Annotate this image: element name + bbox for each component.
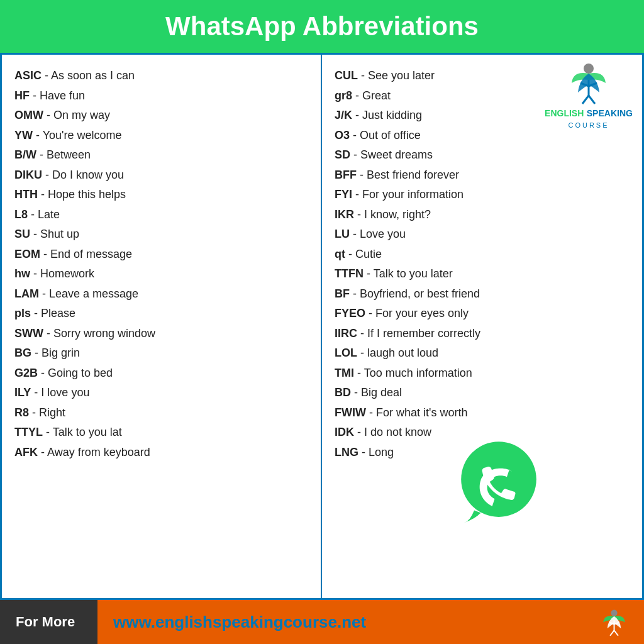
- list-item: R8 - Right: [14, 403, 308, 423]
- list-item: SD - Sweet dreams: [335, 145, 630, 165]
- list-item: OMW - On my way: [14, 106, 308, 126]
- svg-point-6: [461, 441, 536, 517]
- right-column: CUL - See you latergr8 - GreatJ/K - Just…: [322, 55, 642, 598]
- list-item: AFK - Away from keyboard: [14, 443, 308, 463]
- svg-line-4: [582, 96, 589, 104]
- list-item: DIKU - Do I know you: [14, 165, 308, 186]
- list-item: HF - Have fun: [14, 86, 308, 106]
- list-item: TMI - Too much information: [335, 364, 630, 384]
- list-item: IIRC - If I remember correctly: [335, 324, 630, 344]
- list-item: G2B - Going to bed: [14, 364, 308, 384]
- list-item: pls - Please: [14, 304, 308, 324]
- list-item: L8 - Late: [14, 205, 308, 225]
- list-item: FWIW - For what it's worth: [335, 403, 630, 423]
- footer-logo-icon: [600, 608, 628, 636]
- logo-icon: [567, 61, 611, 105]
- list-item: TTYL - Talk to you lat: [14, 423, 308, 443]
- page-title: WhatsApp Abbreviations: [13, 11, 631, 42]
- svg-line-5: [589, 96, 595, 104]
- brand-logo: ENGLISH SPEAKING COURSE: [545, 61, 633, 130]
- list-item: hw - Homework: [14, 264, 308, 284]
- list-item: IKR - I know, right?: [335, 205, 630, 225]
- list-item: YW - You're welcome: [14, 126, 308, 146]
- list-item: SWW - Sorry wrong window: [14, 324, 308, 344]
- svg-point-7: [611, 609, 617, 616]
- footer-for-more: For More: [0, 600, 97, 644]
- list-item: TTFN - Talk to you later: [335, 264, 630, 284]
- list-item: EOM - End of message: [14, 245, 308, 265]
- list-item: SU - Shut up: [14, 225, 308, 245]
- list-item: BG - Big grin: [14, 343, 308, 364]
- svg-line-12: [614, 630, 618, 635]
- svg-point-0: [584, 64, 594, 74]
- list-item: BF - Boyfriend, or best friend: [335, 284, 630, 304]
- list-item: BD - Big deal: [335, 383, 630, 403]
- footer-website-area: www.englishspeakingcourse.net: [97, 600, 644, 644]
- list-item: LU - Love you: [335, 225, 630, 245]
- main-content: ASIC - As soon as I canHF - Have funOMW …: [0, 53, 644, 600]
- whatsapp-icon: [458, 441, 540, 523]
- list-item: LAM - Leave a message: [14, 284, 308, 304]
- list-item: ASIC - As soon as I can: [14, 66, 308, 86]
- list-item: ILY - I love you: [14, 383, 308, 403]
- logo-course: COURSE: [568, 121, 609, 129]
- list-item: B/W - Between: [14, 145, 308, 165]
- page-header: WhatsApp Abbreviations: [0, 0, 644, 53]
- list-item: HTH - Hope this helps: [14, 185, 308, 205]
- svg-line-11: [610, 630, 614, 635]
- left-column: ASIC - As soon as I canHF - Have funOMW …: [2, 55, 322, 598]
- footer: For More www.englishspeakingcourse.net: [0, 600, 644, 644]
- list-item: FYEO - For your eyes only: [335, 304, 630, 324]
- logo-speaking: SPEAKING: [587, 108, 633, 118]
- list-item: qt - Cutie: [335, 245, 630, 265]
- logo-english: ENGLISH: [545, 108, 584, 118]
- list-item: LOL - laugh out loud: [335, 343, 630, 364]
- list-item: IDK - I do not know: [335, 423, 630, 443]
- footer-url: www.englishspeakingcourse.net: [113, 613, 366, 632]
- list-item: FYI - For your information: [335, 185, 630, 205]
- list-item: BFF - Best friend forever: [335, 165, 630, 186]
